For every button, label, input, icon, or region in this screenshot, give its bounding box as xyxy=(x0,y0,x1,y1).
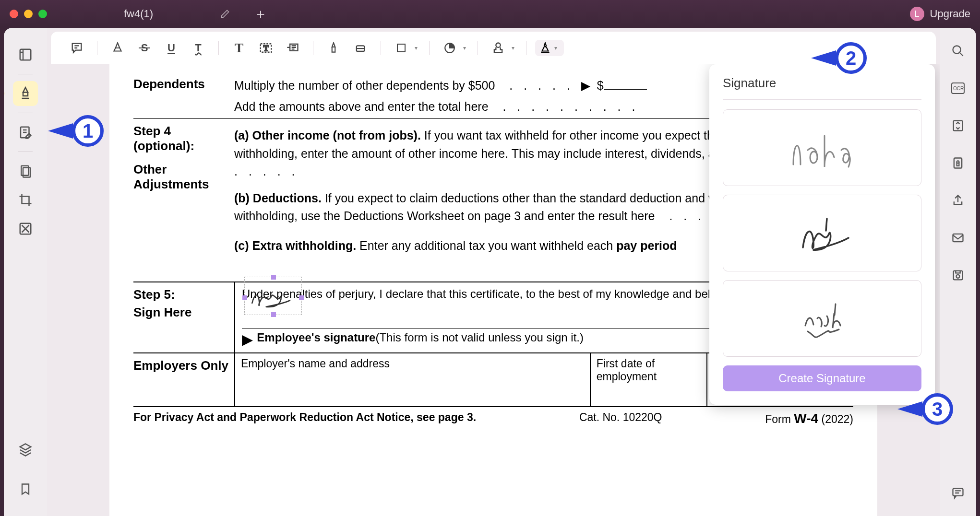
text-tool-icon[interactable]: T xyxy=(227,36,251,59)
note-tool-icon[interactable] xyxy=(65,36,88,59)
search-icon[interactable] xyxy=(948,41,968,60)
step4-label: Step 4 (optional): xyxy=(133,124,234,153)
callout-1: 1 xyxy=(48,115,104,147)
callout-3: 3 xyxy=(897,393,953,425)
step5-label: Step 5: xyxy=(133,287,234,302)
redact-icon[interactable] xyxy=(13,216,38,241)
document-tab[interactable]: fw4(1) xyxy=(114,4,239,24)
maximize-window-button[interactable] xyxy=(38,10,47,18)
svg-text:T: T xyxy=(263,44,269,53)
stamp-tool-icon[interactable] xyxy=(487,36,510,59)
signature-panel: Signature Create Signature xyxy=(709,64,935,405)
document-scroll[interactable]: Dependents Multiply the number of other … xyxy=(47,64,940,516)
svg-rect-21 xyxy=(953,489,963,496)
pencil-tool-icon[interactable] xyxy=(322,36,345,59)
dollar-input[interactable] xyxy=(604,89,647,90)
dependents-label: Dependents xyxy=(133,74,234,118)
perjury-text: Under penalties of perjury, I declare th… xyxy=(242,287,737,300)
svg-rect-0 xyxy=(20,49,31,60)
svg-rect-18 xyxy=(953,234,963,242)
lock-icon[interactable] xyxy=(948,153,968,173)
save-icon[interactable] xyxy=(948,266,968,285)
textbox-tool-icon[interactable]: T xyxy=(254,36,277,59)
eraser-tool-icon[interactable] xyxy=(349,36,372,59)
close-window-button[interactable] xyxy=(10,10,18,18)
chevron-down-icon: ▾ xyxy=(554,45,557,51)
signature-option[interactable] xyxy=(723,109,921,186)
svg-rect-9 xyxy=(397,44,405,52)
chevron-down-icon[interactable]: ▾ xyxy=(463,45,466,51)
bookmark-icon[interactable] xyxy=(13,477,38,502)
callout-tool-icon[interactable] xyxy=(281,36,304,59)
employers-only-label: Employers Only xyxy=(133,353,234,406)
svg-rect-17 xyxy=(957,163,959,166)
edit-text-icon[interactable] xyxy=(13,120,38,145)
crop-icon[interactable] xyxy=(13,188,38,212)
svg-point-12 xyxy=(953,46,961,54)
privacy-notice: For Privacy Act and Paperwork Reduction … xyxy=(133,411,476,426)
signature-option[interactable] xyxy=(723,280,921,357)
create-signature-button[interactable]: Create Signature xyxy=(723,365,921,391)
user-avatar[interactable]: L xyxy=(910,7,924,21)
other-adjustments-label: Other Adjustments xyxy=(133,162,234,192)
svg-point-20 xyxy=(956,275,960,278)
sign-here-label: Sign Here xyxy=(133,305,234,320)
underline-tool-icon[interactable]: U xyxy=(160,36,183,59)
chevron-down-icon[interactable]: ▾ xyxy=(415,45,418,51)
minimize-window-button[interactable] xyxy=(24,10,33,18)
page-tools-icon[interactable] xyxy=(13,159,38,184)
share-icon[interactable] xyxy=(948,191,968,210)
shape-style-icon[interactable] xyxy=(438,36,461,59)
upgrade-area[interactable]: L Upgrade xyxy=(910,7,970,21)
callout-2: 2 xyxy=(811,42,867,74)
annotate-tool-icon[interactable] xyxy=(13,81,38,106)
svg-point-11 xyxy=(496,43,500,47)
tab-title: fw4(1) xyxy=(124,8,153,20)
ocr-icon[interactable]: OCR xyxy=(948,79,968,98)
multiply-line-text: Multiply the number of other dependents … xyxy=(234,77,495,95)
thumbnails-icon[interactable] xyxy=(13,42,38,67)
app-body: S U T T T ▾ ▾ ▾ ▾ Dependen xyxy=(4,28,976,516)
svg-text:OCR: OCR xyxy=(953,86,964,91)
chevron-down-icon[interactable]: ▾ xyxy=(512,45,514,51)
main-area: S U T T T ▾ ▾ ▾ ▾ Dependen xyxy=(47,28,940,516)
left-sidebar xyxy=(4,28,47,516)
title-bar: fw4(1) ＋ L Upgrade xyxy=(0,0,980,28)
employer-name-cell[interactable]: Employer's name and address xyxy=(234,353,590,406)
first-date-cell[interactable]: First date of employment xyxy=(590,353,707,406)
signature-tool-button[interactable]: ▾ xyxy=(535,40,564,56)
signature-panel-title: Signature xyxy=(723,76,921,91)
mail-icon[interactable] xyxy=(948,228,968,247)
form-identifier: Form W-4 (2022) xyxy=(765,411,853,426)
strikethrough-tool-icon[interactable]: S xyxy=(133,36,156,59)
add-line-text: Add the amounts above and enter the tota… xyxy=(234,98,489,116)
rename-tab-icon[interactable] xyxy=(220,9,230,19)
placed-signature[interactable] xyxy=(244,277,302,315)
upgrade-label: Upgrade xyxy=(930,8,970,20)
highlight-tool-icon[interactable] xyxy=(106,36,129,59)
layers-icon[interactable] xyxy=(13,437,38,462)
right-sidebar: OCR xyxy=(940,28,976,516)
annotation-toolbar: S U T T T ▾ ▾ ▾ ▾ xyxy=(51,32,936,64)
signature-option[interactable] xyxy=(723,195,921,271)
window-controls xyxy=(10,10,47,18)
convert-icon[interactable] xyxy=(948,116,968,135)
new-tab-button[interactable]: ＋ xyxy=(254,5,267,23)
squiggly-tool-icon[interactable]: T xyxy=(187,36,210,59)
shape-tool-icon[interactable] xyxy=(390,36,413,59)
comments-panel-icon[interactable] xyxy=(948,483,968,503)
catalog-number: Cat. No. 10220Q xyxy=(579,411,662,426)
